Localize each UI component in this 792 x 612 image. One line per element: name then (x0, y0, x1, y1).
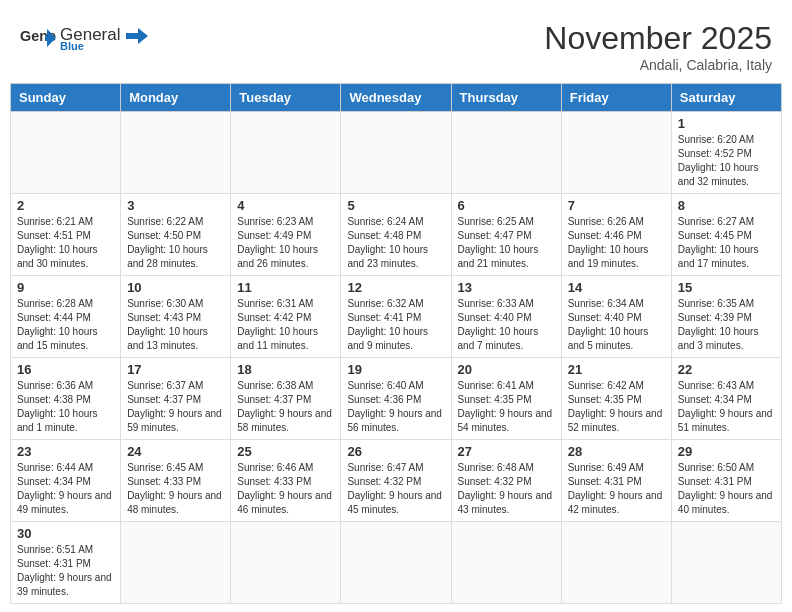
calendar-cell: 22Sunrise: 6:43 AM Sunset: 4:34 PM Dayli… (671, 358, 781, 440)
calendar-cell: 11Sunrise: 6:31 AM Sunset: 4:42 PM Dayli… (231, 276, 341, 358)
calendar-cell: 6Sunrise: 6:25 AM Sunset: 4:47 PM Daylig… (451, 194, 561, 276)
day-number: 13 (458, 280, 555, 295)
day-number: 1 (678, 116, 775, 131)
calendar-cell: 3Sunrise: 6:22 AM Sunset: 4:50 PM Daylig… (121, 194, 231, 276)
day-info: Sunrise: 6:28 AM Sunset: 4:44 PM Dayligh… (17, 297, 114, 353)
calendar-cell: 28Sunrise: 6:49 AM Sunset: 4:31 PM Dayli… (561, 440, 671, 522)
day-number: 18 (237, 362, 334, 377)
day-info: Sunrise: 6:41 AM Sunset: 4:35 PM Dayligh… (458, 379, 555, 435)
calendar-cell (121, 522, 231, 604)
day-info: Sunrise: 6:31 AM Sunset: 4:42 PM Dayligh… (237, 297, 334, 353)
day-number: 11 (237, 280, 334, 295)
day-number: 6 (458, 198, 555, 213)
logo: General General Blue (20, 20, 150, 56)
day-number: 28 (568, 444, 665, 459)
day-info: Sunrise: 6:34 AM Sunset: 4:40 PM Dayligh… (568, 297, 665, 353)
day-info: Sunrise: 6:37 AM Sunset: 4:37 PM Dayligh… (127, 379, 224, 435)
calendar-cell (231, 522, 341, 604)
calendar-cell: 19Sunrise: 6:40 AM Sunset: 4:36 PM Dayli… (341, 358, 451, 440)
day-number: 29 (678, 444, 775, 459)
location-subtitle: Andali, Calabria, Italy (544, 57, 772, 73)
calendar-cell (451, 112, 561, 194)
calendar-cell: 17Sunrise: 6:37 AM Sunset: 4:37 PM Dayli… (121, 358, 231, 440)
calendar-cell: 27Sunrise: 6:48 AM Sunset: 4:32 PM Dayli… (451, 440, 561, 522)
day-info: Sunrise: 6:26 AM Sunset: 4:46 PM Dayligh… (568, 215, 665, 271)
day-number: 20 (458, 362, 555, 377)
day-number: 9 (17, 280, 114, 295)
day-info: Sunrise: 6:22 AM Sunset: 4:50 PM Dayligh… (127, 215, 224, 271)
day-number: 19 (347, 362, 444, 377)
logo-text: General Blue (60, 20, 150, 56)
svg-rect-6 (126, 33, 140, 39)
day-info: Sunrise: 6:49 AM Sunset: 4:31 PM Dayligh… (568, 461, 665, 517)
day-number: 25 (237, 444, 334, 459)
day-number: 30 (17, 526, 114, 541)
day-number: 15 (678, 280, 775, 295)
calendar-cell (341, 112, 451, 194)
calendar-cell (561, 112, 671, 194)
calendar-cell: 2Sunrise: 6:21 AM Sunset: 4:51 PM Daylig… (11, 194, 121, 276)
month-title: November 2025 (544, 20, 772, 57)
day-number: 7 (568, 198, 665, 213)
day-number: 12 (347, 280, 444, 295)
day-number: 21 (568, 362, 665, 377)
day-number: 22 (678, 362, 775, 377)
weekday-header-sunday: Sunday (11, 84, 121, 112)
day-info: Sunrise: 6:43 AM Sunset: 4:34 PM Dayligh… (678, 379, 775, 435)
calendar-cell: 15Sunrise: 6:35 AM Sunset: 4:39 PM Dayli… (671, 276, 781, 358)
calendar-cell: 10Sunrise: 6:30 AM Sunset: 4:43 PM Dayli… (121, 276, 231, 358)
weekday-header-thursday: Thursday (451, 84, 561, 112)
day-info: Sunrise: 6:42 AM Sunset: 4:35 PM Dayligh… (568, 379, 665, 435)
calendar-cell: 20Sunrise: 6:41 AM Sunset: 4:35 PM Dayli… (451, 358, 561, 440)
week-row-4: 16Sunrise: 6:36 AM Sunset: 4:38 PM Dayli… (11, 358, 782, 440)
page-header: General General Blue November 2025 Andal… (10, 10, 782, 78)
day-info: Sunrise: 6:46 AM Sunset: 4:33 PM Dayligh… (237, 461, 334, 517)
svg-text:Blue: Blue (60, 40, 84, 52)
day-info: Sunrise: 6:23 AM Sunset: 4:49 PM Dayligh… (237, 215, 334, 271)
calendar-cell: 16Sunrise: 6:36 AM Sunset: 4:38 PM Dayli… (11, 358, 121, 440)
day-number: 4 (237, 198, 334, 213)
weekday-header-wednesday: Wednesday (341, 84, 451, 112)
calendar-cell: 4Sunrise: 6:23 AM Sunset: 4:49 PM Daylig… (231, 194, 341, 276)
calendar-cell (231, 112, 341, 194)
week-row-6: 30Sunrise: 6:51 AM Sunset: 4:31 PM Dayli… (11, 522, 782, 604)
day-info: Sunrise: 6:50 AM Sunset: 4:31 PM Dayligh… (678, 461, 775, 517)
weekday-header-monday: Monday (121, 84, 231, 112)
calendar-cell (121, 112, 231, 194)
calendar-cell (671, 522, 781, 604)
day-info: Sunrise: 6:30 AM Sunset: 4:43 PM Dayligh… (127, 297, 224, 353)
day-number: 2 (17, 198, 114, 213)
calendar-cell: 1Sunrise: 6:20 AM Sunset: 4:52 PM Daylig… (671, 112, 781, 194)
title-block: November 2025 Andali, Calabria, Italy (544, 20, 772, 73)
day-number: 16 (17, 362, 114, 377)
weekday-header-tuesday: Tuesday (231, 84, 341, 112)
day-info: Sunrise: 6:27 AM Sunset: 4:45 PM Dayligh… (678, 215, 775, 271)
calendar-cell: 8Sunrise: 6:27 AM Sunset: 4:45 PM Daylig… (671, 194, 781, 276)
calendar-cell: 14Sunrise: 6:34 AM Sunset: 4:40 PM Dayli… (561, 276, 671, 358)
day-info: Sunrise: 6:25 AM Sunset: 4:47 PM Dayligh… (458, 215, 555, 271)
day-info: Sunrise: 6:24 AM Sunset: 4:48 PM Dayligh… (347, 215, 444, 271)
day-info: Sunrise: 6:35 AM Sunset: 4:39 PM Dayligh… (678, 297, 775, 353)
weekday-header-row: SundayMondayTuesdayWednesdayThursdayFrid… (11, 84, 782, 112)
day-info: Sunrise: 6:44 AM Sunset: 4:34 PM Dayligh… (17, 461, 114, 517)
day-info: Sunrise: 6:48 AM Sunset: 4:32 PM Dayligh… (458, 461, 555, 517)
day-number: 8 (678, 198, 775, 213)
week-row-2: 2Sunrise: 6:21 AM Sunset: 4:51 PM Daylig… (11, 194, 782, 276)
week-row-5: 23Sunrise: 6:44 AM Sunset: 4:34 PM Dayli… (11, 440, 782, 522)
day-number: 14 (568, 280, 665, 295)
calendar-cell: 21Sunrise: 6:42 AM Sunset: 4:35 PM Dayli… (561, 358, 671, 440)
day-info: Sunrise: 6:21 AM Sunset: 4:51 PM Dayligh… (17, 215, 114, 271)
calendar-cell: 29Sunrise: 6:50 AM Sunset: 4:31 PM Dayli… (671, 440, 781, 522)
day-number: 5 (347, 198, 444, 213)
calendar-cell: 7Sunrise: 6:26 AM Sunset: 4:46 PM Daylig… (561, 194, 671, 276)
weekday-header-saturday: Saturday (671, 84, 781, 112)
day-info: Sunrise: 6:20 AM Sunset: 4:52 PM Dayligh… (678, 133, 775, 189)
calendar-cell: 5Sunrise: 6:24 AM Sunset: 4:48 PM Daylig… (341, 194, 451, 276)
day-info: Sunrise: 6:36 AM Sunset: 4:38 PM Dayligh… (17, 379, 114, 435)
day-info: Sunrise: 6:47 AM Sunset: 4:32 PM Dayligh… (347, 461, 444, 517)
day-number: 3 (127, 198, 224, 213)
weekday-header-friday: Friday (561, 84, 671, 112)
calendar-cell: 9Sunrise: 6:28 AM Sunset: 4:44 PM Daylig… (11, 276, 121, 358)
calendar-table: SundayMondayTuesdayWednesdayThursdayFrid… (10, 83, 782, 604)
day-info: Sunrise: 6:32 AM Sunset: 4:41 PM Dayligh… (347, 297, 444, 353)
